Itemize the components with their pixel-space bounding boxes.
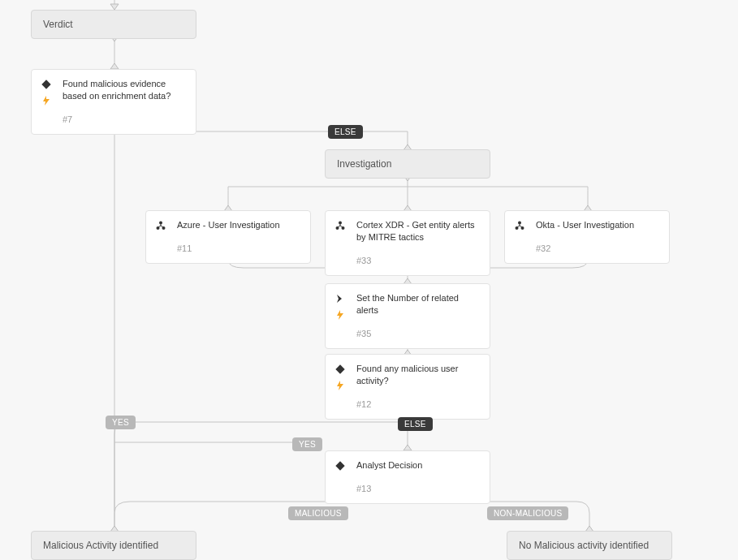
- section-verdict[interactable]: Verdict: [31, 10, 196, 39]
- svg-point-28: [518, 222, 521, 225]
- task-cortex-xdr[interactable]: Cortex XDR - Get entity alerts by MITRE …: [325, 210, 490, 276]
- task-title: Analyst Decision: [356, 459, 480, 472]
- svg-marker-16: [404, 445, 412, 450]
- svg-marker-32: [337, 310, 343, 320]
- task-id: #11: [177, 243, 300, 255]
- section-verdict-label: Verdict: [43, 19, 73, 30]
- branch-nonmalicious: NON-MALICIOUS: [487, 506, 568, 520]
- task-id: #7: [63, 114, 186, 126]
- section-investigation[interactable]: Investigation: [325, 149, 490, 179]
- task-title: Found malicious evidence based on enrich…: [63, 78, 186, 102]
- svg-marker-31: [337, 295, 342, 303]
- svg-marker-0: [110, 4, 119, 10]
- task-found-malicious-user[interactable]: Found any malicious user activity? #12: [325, 354, 490, 420]
- svg-point-22: [159, 222, 162, 225]
- task-title: Found any malicious user activity?: [356, 363, 480, 387]
- task-title: Azure - User Investigation: [177, 219, 300, 231]
- task-id: #33: [356, 255, 480, 267]
- task-azure-user-inv[interactable]: Azure - User Investigation #11: [145, 210, 311, 264]
- task-analyst-decision[interactable]: Analyst Decision #13: [325, 450, 490, 504]
- section-nonmalicious-label: No Malicious activity identified: [519, 540, 649, 551]
- task-id: #13: [356, 483, 480, 495]
- section-malicious[interactable]: Malicious Activity identified: [31, 531, 196, 560]
- task-okta-user-inv[interactable]: Okta - User Investigation #32: [504, 210, 670, 264]
- branch-yes-2: YES: [292, 437, 322, 451]
- task-set-num-alerts[interactable]: Set the Number of related alerts #35: [325, 283, 490, 349]
- svg-point-25: [339, 222, 342, 225]
- task-id: #32: [536, 243, 659, 255]
- section-investigation-label: Investigation: [337, 158, 391, 170]
- branch-else-2: ELSE: [398, 417, 433, 431]
- task-title: Okta - User Investigation: [536, 219, 659, 231]
- svg-marker-21: [43, 96, 50, 106]
- svg-rect-20: [41, 80, 50, 88]
- task-id: #35: [356, 328, 480, 340]
- branch-else-1: ELSE: [328, 125, 363, 139]
- branch-malicious: MALICIOUS: [288, 506, 348, 520]
- task-title: Set the Number of related alerts: [356, 292, 480, 317]
- svg-marker-2: [110, 63, 119, 69]
- section-nonmalicious[interactable]: No Malicious activity identified: [507, 531, 672, 560]
- section-malicious-label: Malicious Activity identified: [43, 540, 158, 551]
- task-id: #12: [356, 398, 480, 411]
- svg-rect-35: [335, 461, 344, 470]
- branch-yes-1: YES: [106, 416, 136, 429]
- task-title: Cortex XDR - Get entity alerts by MITRE …: [356, 219, 480, 243]
- svg-rect-33: [335, 364, 344, 373]
- svg-marker-34: [337, 381, 343, 390]
- task-found-enrichment[interactable]: Found malicious evidence based on enrich…: [31, 69, 196, 135]
